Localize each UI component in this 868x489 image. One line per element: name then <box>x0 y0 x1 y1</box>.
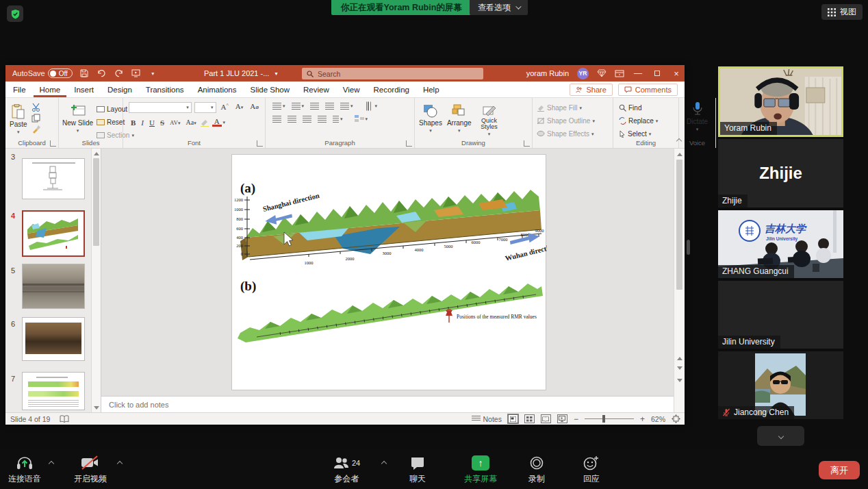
collapse-video-strip-button[interactable] <box>757 426 804 446</box>
slide-scrollbar[interactable] <box>674 149 685 412</box>
slide-thumbnail-5[interactable] <box>22 264 85 309</box>
tab-help[interactable]: Help <box>417 82 446 97</box>
minimize-button[interactable]: — <box>633 68 643 78</box>
font-name-select[interactable]: ▾ <box>129 102 192 113</box>
character-spacing-button[interactable]: AV▾ <box>168 119 182 126</box>
copy-icon[interactable] <box>31 114 40 123</box>
zoom-percentage[interactable]: 62% <box>651 415 665 423</box>
cut-icon[interactable] <box>31 103 40 112</box>
notes-pane[interactable]: Click to add notes <box>101 396 674 412</box>
change-case-button[interactable]: Aa▾ <box>183 118 198 126</box>
grow-font-button[interactable]: A^ <box>219 102 231 113</box>
find-button[interactable]: Find <box>619 102 678 114</box>
collapse-ribbon-button[interactable] <box>677 134 681 146</box>
zoom-out-button[interactable]: − <box>574 414 578 424</box>
close-button[interactable]: × <box>671 68 682 79</box>
tab-insert[interactable]: Insert <box>68 82 100 97</box>
shrink-font-button[interactable]: A▾ <box>233 102 245 113</box>
accessibility-checker-icon[interactable] <box>60 415 69 423</box>
numbering-button[interactable]: ▾ <box>292 103 305 110</box>
slideshow-view-button[interactable] <box>557 414 567 423</box>
italic-button[interactable]: I <box>139 118 146 127</box>
increase-indent-button[interactable] <box>325 103 334 110</box>
gem-icon[interactable] <box>597 69 607 77</box>
maximize-button[interactable] <box>652 68 663 78</box>
share-screen-button[interactable]: ↑ 共享屏幕 <box>464 455 497 485</box>
comments-button[interactable]: Comments <box>618 84 678 96</box>
redo-button[interactable] <box>114 68 124 79</box>
font-dialog-launcher[interactable] <box>257 140 263 147</box>
drawing-dialog-launcher[interactable] <box>524 140 530 147</box>
autosave-toggle[interactable]: AutoSave Off <box>12 68 73 78</box>
slide-sorter-view-button[interactable] <box>524 414 535 423</box>
arrange-button[interactable]: Arrange▾ <box>447 101 472 137</box>
decrease-indent-button[interactable] <box>310 103 319 110</box>
highlight-color-button[interactable] <box>200 118 211 127</box>
avatar[interactable]: YR <box>577 68 589 79</box>
tab-home[interactable]: Home <box>34 82 67 97</box>
participants-options-caret[interactable] <box>381 461 387 466</box>
clear-formatting-button[interactable]: A⌀ <box>248 102 261 113</box>
video-options-caret[interactable] <box>117 461 123 466</box>
quick-access-more-button[interactable]: ▾ <box>148 68 158 79</box>
video-tile-jiancong-chen[interactable]: Jiancong Chen <box>718 351 843 419</box>
thumbnail-scroll-down[interactable] <box>92 403 101 412</box>
search-bar[interactable] <box>302 68 483 79</box>
scroll-up-button[interactable] <box>676 150 684 158</box>
strikethrough-button[interactable]: S <box>158 118 166 127</box>
view-options-dropdown[interactable]: 查看选项 <box>470 0 528 15</box>
undo-button[interactable] <box>97 68 107 79</box>
leave-meeting-button[interactable]: 离开 <box>819 461 860 479</box>
video-tile-yoram-rubin[interactable]: Yoram Rubin <box>718 66 843 137</box>
notes-toggle-button[interactable]: Notes <box>472 415 502 423</box>
align-center-button[interactable] <box>288 116 296 123</box>
document-title-area[interactable]: Part 1 JLU 2021 -... ▾ <box>204 65 277 82</box>
thumbnail-scroll-thumb[interactable] <box>93 158 99 246</box>
share-button[interactable]: Share <box>570 84 612 96</box>
quick-styles-button[interactable]: Quick Styles▾ <box>476 101 502 137</box>
scroll-down-button[interactable] <box>676 376 684 384</box>
ppt-titlebar[interactable]: AutoSave Off ▾ Part 1 JLU 2021 -... ▾ <box>5 65 685 82</box>
zoom-slider[interactable] <box>585 418 634 419</box>
view-layout-button[interactable]: 视图 <box>821 4 863 20</box>
chat-button[interactable]: 聊天 <box>409 455 426 485</box>
justify-button[interactable] <box>318 116 327 123</box>
new-slide-button[interactable]: New Slide▾ <box>62 101 93 141</box>
thumbnail-scroll-up[interactable] <box>92 149 101 158</box>
slide-thumbnail-4[interactable] <box>22 210 85 257</box>
text-direction-button[interactable]: ▾ <box>365 103 378 110</box>
zoom-slider-thumb[interactable] <box>602 415 605 423</box>
format-painter-icon[interactable] <box>31 125 41 134</box>
fit-to-window-button[interactable] <box>672 414 680 423</box>
convert-to-smartart-button[interactable]: ▾ <box>355 115 368 123</box>
select-button[interactable]: Select▾ <box>619 128 678 140</box>
next-slide-button[interactable] <box>676 364 684 372</box>
shape-effects-button[interactable]: Shape Effects▾ <box>537 128 613 140</box>
search-input[interactable] <box>318 70 478 78</box>
zoom-in-button[interactable]: + <box>640 414 645 424</box>
tab-file[interactable]: File <box>7 82 32 97</box>
video-tile-jilin-university[interactable]: Jilin University <box>718 281 843 349</box>
panel-resize-handle[interactable] <box>687 240 690 255</box>
replace-button[interactable]: Replace▾ <box>619 115 678 127</box>
dictate-button[interactable]: Dictate▾ <box>679 98 715 132</box>
align-left-button[interactable] <box>272 116 281 123</box>
tab-design[interactable]: Design <box>101 82 138 97</box>
reading-view-button[interactable] <box>541 414 551 423</box>
video-tile-zhang-guangcui[interactable]: 吉林大学 Jilin University ZHANG Guangcui <box>718 210 843 278</box>
current-slide[interactable]: (a) <box>231 154 546 390</box>
account-user-name[interactable]: yoram Rubin <box>526 69 569 77</box>
slide-thumbnail-6[interactable] <box>22 317 85 361</box>
security-shield-button[interactable] <box>7 5 23 22</box>
paste-button[interactable]: Paste▾ <box>10 101 27 135</box>
ribbon-display-options-icon[interactable] <box>615 70 624 77</box>
tab-view[interactable]: View <box>337 82 366 97</box>
scroll-thumb[interactable] <box>676 160 682 290</box>
slide-thumbnail-3[interactable] <box>22 158 85 199</box>
bullets-button[interactable]: ▾ <box>272 103 285 110</box>
columns-button[interactable]: ▾ <box>333 116 343 123</box>
shapes-button[interactable]: Shapes▾ <box>419 101 442 137</box>
join-audio-button[interactable]: 连接语音 <box>8 455 41 485</box>
underline-button[interactable]: U <box>147 118 157 127</box>
shape-fill-button[interactable]: Shape Fill▾ <box>537 102 613 114</box>
